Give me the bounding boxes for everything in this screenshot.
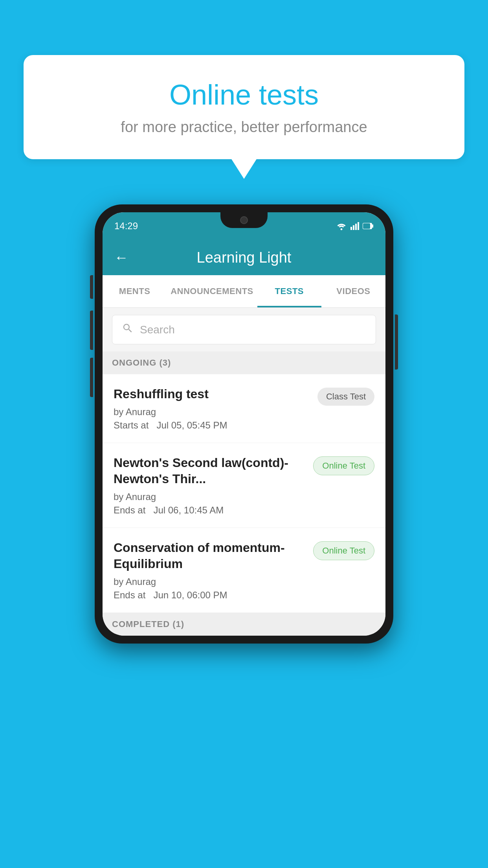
test-author: by Anurag [114, 576, 305, 587]
test-item-newton[interactable]: Newton's Second law(contd)-Newton's Thir… [103, 443, 385, 528]
phone-container: 14:29 [95, 204, 393, 644]
tabs-bar: MENTS ANNOUNCEMENTS TESTS VIDEOS [103, 275, 385, 308]
test-author: by Anurag [114, 406, 310, 417]
badge-class-test: Class Test [317, 388, 374, 406]
test-title-newton: Newton's Second law(contd)-Newton's Thir… [114, 455, 305, 487]
bubble-title: Online tests [55, 79, 433, 111]
test-item-content: Newton's Second law(contd)-Newton's Thir… [114, 455, 305, 516]
test-item-content: Conservation of momentum-Equilibrium by … [114, 540, 305, 601]
ongoing-section-header: ONGOING (3) [103, 351, 385, 374]
tab-announcements[interactable]: ANNOUNCEMENTS [167, 275, 257, 307]
app-title: Learning Light [140, 249, 348, 266]
notch [220, 212, 268, 228]
status-time: 14:29 [114, 221, 138, 232]
tab-tests[interactable]: TESTS [257, 275, 321, 307]
test-title-conservation: Conservation of momentum-Equilibrium [114, 540, 305, 572]
back-button[interactable]: ← [114, 249, 128, 266]
test-time: Starts at Jul 05, 05:45 PM [114, 420, 310, 431]
phone-side-button [90, 275, 93, 299]
test-item-content: Reshuffling test by Anurag Starts at Jul… [114, 386, 310, 431]
svg-rect-6 [372, 224, 373, 228]
test-title-reshuffling: Reshuffling test [114, 386, 310, 403]
phone-volume-up-button [90, 311, 93, 350]
speech-bubble: Online tests for more practice, better p… [24, 55, 464, 159]
phone-power-button [395, 314, 398, 370]
app-bar: ← Learning Light [103, 240, 385, 275]
battery-icon [363, 221, 374, 231]
test-item-conservation[interactable]: Conservation of momentum-Equilibrium by … [103, 528, 385, 613]
test-author: by Anurag [114, 491, 305, 502]
status-bar: 14:29 [103, 212, 385, 240]
phone-frame: 14:29 [95, 204, 393, 644]
svg-rect-2 [353, 225, 354, 230]
tab-ments[interactable]: MENTS [103, 275, 167, 307]
svg-rect-3 [355, 224, 357, 230]
phone-screen: 14:29 [103, 212, 385, 636]
search-input-placeholder: Search [140, 324, 175, 336]
status-icons [336, 221, 374, 231]
search-container: Search [103, 308, 385, 351]
wifi-icon [336, 221, 347, 231]
badge-online-test-1: Online Test [313, 456, 374, 475]
test-time: Ends at Jun 10, 06:00 PM [114, 590, 305, 601]
svg-rect-4 [358, 222, 359, 230]
svg-rect-7 [363, 223, 370, 229]
completed-section-header: COMPLETED (1) [103, 613, 385, 636]
phone-volume-down-button [90, 358, 93, 397]
test-item-reshuffling[interactable]: Reshuffling test by Anurag Starts at Jul… [103, 374, 385, 443]
badge-online-test-2: Online Test [313, 541, 374, 560]
search-icon [122, 322, 134, 337]
front-camera [240, 216, 248, 224]
tab-videos[interactable]: VIDEOS [321, 275, 385, 307]
bubble-subtitle: for more practice, better performance [55, 119, 433, 136]
svg-rect-1 [350, 227, 352, 230]
search-bar[interactable]: Search [112, 315, 376, 344]
signal-icon [350, 221, 360, 231]
test-time: Ends at Jul 06, 10:45 AM [114, 505, 305, 516]
speech-bubble-container: Online tests for more practice, better p… [24, 55, 464, 159]
svg-point-0 [341, 228, 343, 230]
